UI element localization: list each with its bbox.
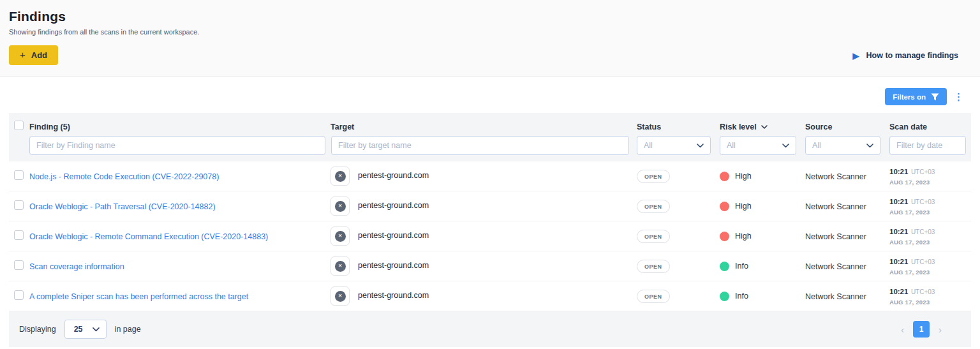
how-to-manage-findings-link[interactable]: ▶ How to manage findings: [853, 51, 958, 60]
source-label: Network Scanner: [805, 202, 866, 211]
table-footer: Displaying 25 in page ‹ 1 ›: [9, 311, 971, 347]
target-favicon-icon[interactable]: ✕: [330, 226, 350, 246]
scan-time: 10:21 UTC+03: [889, 226, 971, 237]
finding-link[interactable]: Oracle Weblogic - Path Traversal (CVE-20…: [29, 202, 216, 211]
plus-icon: +: [20, 49, 26, 60]
target-name: pentest-ground.com: [358, 261, 429, 270]
status-badge: OPEN: [637, 260, 670, 273]
findings-page: Findings Showing findings from all the s…: [0, 0, 980, 349]
add-button-label: Add: [31, 50, 47, 60]
source-label: Network Scanner: [805, 172, 866, 181]
row-checkbox[interactable]: [14, 290, 24, 300]
column-header-target: Target: [330, 123, 354, 131]
column-header-source: Source: [805, 123, 832, 131]
next-page-icon[interactable]: ›: [939, 325, 942, 334]
sort-chevron-down-icon: [761, 125, 768, 129]
source-filter-select[interactable]: All: [805, 136, 880, 155]
page-subtitle: Showing findings from all the scans in t…: [9, 28, 958, 36]
risk-level-label: Info: [735, 292, 748, 301]
table-row: Node.js - Remote Code Execution (CVE-202…: [9, 161, 971, 191]
table-row: A complete Sniper scan has been performe…: [9, 281, 971, 311]
scan-time: 10:21 UTC+03: [889, 196, 971, 207]
source-label: Network Scanner: [805, 232, 866, 241]
row-checkbox[interactable]: [14, 260, 24, 270]
table-row: Scan coverage information ✕ pentest-grou…: [9, 251, 971, 281]
risk-level-dot: [720, 292, 729, 301]
risk-level-label: High: [735, 172, 752, 181]
column-header-status: Status: [637, 123, 661, 131]
column-header-risk-level-sort[interactable]: Risk level: [720, 123, 768, 131]
target-favicon-icon[interactable]: ✕: [330, 167, 350, 186]
prev-page-icon[interactable]: ‹: [901, 325, 904, 334]
scan-date: AUG 17, 2023: [889, 207, 971, 217]
finding-filter-input[interactable]: [29, 136, 325, 155]
favicon-x-icon: ✕: [335, 201, 346, 212]
target-favicon-icon[interactable]: ✕: [330, 256, 350, 276]
table-toolbar: Filters on ⋮: [0, 77, 980, 113]
risk-level-filter-select[interactable]: All: [720, 136, 796, 155]
add-finding-button[interactable]: + Add: [9, 45, 58, 65]
help-link-label: How to manage findings: [866, 51, 958, 60]
chevron-down-icon: [697, 144, 704, 148]
target-favicon-icon[interactable]: ✕: [330, 286, 350, 306]
filters-on-button[interactable]: Filters on: [885, 88, 947, 105]
scan-time: 10:21 UTC+03: [889, 166, 971, 177]
displaying-label: Displaying: [19, 325, 56, 334]
table-body: Node.js - Remote Code Execution (CVE-202…: [9, 161, 971, 311]
status-filter-select[interactable]: All: [637, 136, 711, 155]
column-header-finding: Finding (5): [29, 123, 70, 131]
favicon-x-icon: ✕: [335, 291, 346, 302]
target-name: pentest-ground.com: [358, 231, 429, 240]
filters-button-label: Filters on: [893, 93, 926, 101]
scan-time: 10:21 UTC+03: [889, 256, 971, 267]
scan-date: AUG 17, 2023: [889, 177, 971, 187]
target-filter-input[interactable]: [331, 136, 629, 155]
risk-level-dot: [720, 172, 729, 181]
page-size-select[interactable]: 25: [64, 320, 107, 339]
favicon-x-icon: ✕: [335, 261, 346, 272]
scan-date-filter-input[interactable]: [889, 136, 966, 155]
status-badge: OPEN: [637, 290, 670, 303]
target-name: pentest-ground.com: [358, 291, 429, 300]
status-badge: OPEN: [637, 230, 670, 243]
row-checkbox[interactable]: [14, 230, 24, 240]
finding-link[interactable]: Node.js - Remote Code Execution (CVE-202…: [29, 172, 219, 181]
row-checkbox[interactable]: [14, 170, 24, 180]
target-name: pentest-ground.com: [358, 171, 429, 180]
status-filter-value: All: [644, 141, 653, 150]
source-label: Network Scanner: [805, 262, 866, 271]
play-icon: ▶: [853, 52, 859, 60]
risk-filter-value: All: [727, 141, 736, 150]
risk-level-label: High: [735, 202, 752, 211]
risk-level-label: Info: [735, 262, 748, 271]
scan-time: 10:21 UTC+03: [889, 286, 971, 297]
target-favicon-icon[interactable]: ✕: [330, 197, 350, 216]
current-page-button[interactable]: 1: [913, 321, 930, 338]
risk-level-label: High: [735, 232, 752, 241]
scan-date: AUG 17, 2023: [889, 297, 971, 307]
table-header: Finding (5) Target Status Risk level Sou…: [9, 113, 971, 161]
table-options-kebab-icon[interactable]: ⋮: [951, 90, 966, 104]
chevron-down-icon: [93, 327, 100, 332]
column-header-risk-level: Risk level: [720, 123, 757, 131]
risk-level-dot: [720, 232, 729, 241]
page-header: Findings Showing findings from all the s…: [0, 0, 980, 77]
finding-link[interactable]: Scan coverage information: [29, 262, 124, 271]
page-title: Findings: [9, 9, 958, 24]
row-checkbox[interactable]: [14, 200, 24, 210]
page-size-value: 25: [74, 325, 83, 334]
in-page-label: in page: [115, 325, 141, 334]
finding-link[interactable]: Oracle Weblogic - Remote Command Executi…: [29, 232, 268, 241]
findings-table: Finding (5) Target Status Risk level Sou…: [9, 113, 971, 347]
status-badge: OPEN: [637, 170, 670, 183]
scan-date: AUG 17, 2023: [889, 237, 971, 247]
favicon-x-icon: ✕: [335, 231, 346, 242]
scan-date: AUG 17, 2023: [889, 267, 971, 277]
status-badge: OPEN: [637, 200, 670, 213]
column-header-scan-date: Scan date: [889, 123, 927, 131]
risk-level-dot: [720, 262, 729, 271]
finding-link[interactable]: A complete Sniper scan has been performe…: [29, 292, 248, 301]
select-all-checkbox[interactable]: [14, 121, 24, 130]
favicon-x-icon: ✕: [335, 171, 346, 182]
risk-level-dot: [720, 202, 729, 211]
